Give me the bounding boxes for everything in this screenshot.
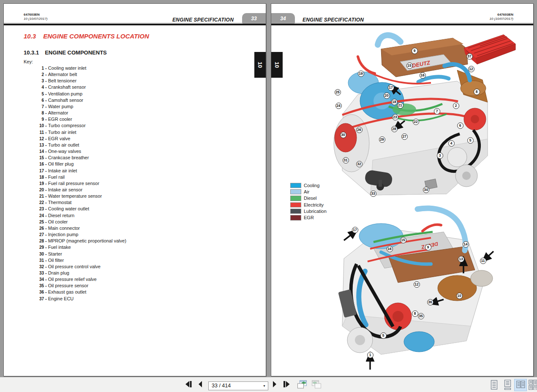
component-key-item: 30 - Starter — [24, 251, 126, 258]
color-legend: CoolingAirDieselElectricityLubricationEG… — [290, 181, 327, 220]
continuous-facing-layout-icon — [529, 380, 537, 390]
component-key-item: 9 - EGR cooler — [24, 117, 126, 123]
component-key-item: 23 - Cooling water outlet — [24, 206, 126, 212]
running-header-title: ENGINE SPECIFICATION — [303, 17, 364, 23]
section-number: 10.3 — [24, 33, 36, 40]
component-key-item: 4 - Crankshaft sensor — [24, 84, 126, 91]
legend-label: Air — [304, 189, 309, 194]
chapter-tab: 10 — [271, 52, 283, 78]
document-id-block: 647603EN 10 (10/07/2017) — [490, 13, 514, 20]
document-id-block: 647603EN 10 (10/07/2017) — [24, 13, 48, 20]
component-key-item: 18 - Fuel rail — [24, 174, 126, 181]
component-key-item: 26 - Main connector — [24, 226, 126, 232]
previous-page-icon — [197, 381, 203, 388]
component-key-item: 27 - Injection pump — [24, 232, 126, 238]
component-key-item: 16 - Oil filler plug — [24, 161, 126, 168]
continuous-layout-icon — [503, 380, 512, 390]
legend-item: EGR — [290, 214, 327, 220]
component-key-item: 2 - Alternator belt — [24, 72, 126, 78]
component-key-item: 17 - Intake air inlet — [24, 168, 126, 174]
engine-illustration-top: DEUTZ — [318, 31, 516, 200]
component-key-item: 12 - EGR valve — [24, 136, 126, 142]
header-divider — [4, 23, 266, 23]
component-key-item: 14 - One-way valves — [24, 149, 126, 155]
component-key-item: 10 - Turbo compressor — [24, 123, 126, 129]
component-key-item: 7 - Water pump — [24, 104, 126, 110]
legend-item: Cooling — [290, 181, 327, 188]
component-key-item: 15 - Crankcase breather — [24, 155, 126, 161]
page-number-tab: 34 — [271, 13, 295, 24]
next-page-button[interactable] — [272, 380, 278, 390]
previous-view-button[interactable] — [297, 380, 308, 390]
doc-revision: 10 (10/07/2017) — [490, 17, 514, 21]
component-key-item: 35 - Oil pressure sensor — [24, 283, 126, 289]
subsection-heading: 10.3.1ENGINE COMPONENTS — [24, 49, 107, 56]
first-page-button[interactable] — [185, 380, 194, 390]
document-page-33: 647603EN 10 (10/07/2017) ENGINE SPECIFIC… — [3, 3, 266, 376]
running-header-title: ENGINE SPECIFICATION — [172, 17, 234, 23]
component-key-item: 29 - Fuel intake — [24, 245, 126, 251]
previous-view-icon — [297, 380, 308, 389]
doc-number: 647603EN — [490, 13, 514, 16]
component-key-item: 3 - Belt tensioner — [24, 78, 126, 84]
component-key-item: 11 - Turbo air inlet — [24, 130, 126, 136]
section-heading: 10.3ENGINE COMPONENTS LOCATION — [24, 33, 149, 40]
component-key-item: 36 - Exhaust gas outlet — [24, 289, 126, 296]
legend-item: Lubrication — [290, 207, 327, 213]
facing-layout-icon — [516, 379, 525, 389]
legend-label: Cooling — [304, 183, 319, 188]
legend-label: Electricity — [304, 202, 324, 207]
next-view-button[interactable] — [311, 380, 322, 390]
legend-item: Electricity — [290, 201, 327, 207]
last-page-button[interactable] — [282, 380, 291, 390]
component-key-item: 20 - Intake air sensor — [24, 187, 126, 193]
pdf-viewer-window: { "toolbar": { "page_indicator": "33 / 4… — [0, 0, 537, 392]
last-page-icon — [282, 381, 291, 388]
legend-swatch — [290, 202, 301, 208]
combobox-caret-icon[interactable]: ▼ — [263, 384, 266, 387]
component-key-item: 5 - Ventilation pump — [24, 91, 126, 98]
page-number-combobox[interactable]: 33 / 414 ▼ — [208, 381, 268, 390]
viewer-toolbar: 33 / 414 ▼ — [0, 377, 537, 392]
previous-page-button[interactable] — [197, 380, 203, 390]
engine-illustration-bottom: DEUTZ — [318, 201, 495, 375]
component-key-item: 8 - Alternator — [24, 110, 126, 117]
subsection-number: 10.3.1 — [24, 49, 39, 56]
legend-label: Lubrication — [304, 209, 327, 214]
doc-revision: 10 (10/07/2017) — [24, 17, 48, 21]
first-page-icon — [185, 381, 194, 388]
header-divider — [271, 23, 533, 23]
component-key-item: 25 - Oil cooler — [24, 219, 126, 226]
continuous-view-button[interactable] — [502, 380, 512, 391]
component-key-item: 24 - Diesel return — [24, 213, 126, 219]
legend-swatch — [290, 209, 301, 214]
component-key-item: 37 - Engine ECU — [24, 296, 126, 302]
component-key-item: 22 - Thermostat — [24, 200, 126, 206]
legend-label: EGR — [304, 215, 314, 220]
component-key-item: 21 - Water temperature sensor — [24, 193, 126, 200]
header-rule — [4, 24, 266, 25]
component-key-item: 31 - Oil filter — [24, 258, 126, 264]
next-page-icon — [272, 381, 278, 388]
legend-swatch — [290, 196, 301, 201]
single-page-view-button[interactable] — [489, 380, 499, 391]
component-key-item: 1 - Cooling water inlet — [24, 65, 126, 72]
component-key-item: 6 - Camshaft sensor — [24, 98, 126, 104]
components-key-list: 1 - Cooling water inlet2 - Alternator be… — [24, 65, 126, 302]
component-key-item: 32 - Oil pressure control valve — [24, 264, 126, 270]
legend-swatch — [290, 189, 301, 195]
next-view-icon — [311, 380, 322, 389]
component-key-item: 19 - Fuel rail pressure sensor — [24, 181, 126, 187]
key-label: Key: — [24, 59, 33, 64]
legend-item: Diesel — [290, 194, 327, 201]
document-page-34: 34 ENGINE SPECIFICATION 647603EN 10 (10/… — [271, 3, 534, 376]
legend-swatch — [290, 215, 301, 220]
continuous-facing-view-button[interactable] — [528, 380, 537, 391]
doc-number: 647603EN — [24, 13, 48, 16]
facing-view-button[interactable] — [514, 379, 527, 391]
chapter-tab: 10 — [254, 52, 266, 78]
single-page-layout-icon — [490, 380, 499, 390]
page-number-tab: 33 — [242, 13, 266, 24]
legend-item: Air — [290, 188, 327, 194]
component-key-item: 34 - Oil pressure relief valve — [24, 277, 126, 283]
